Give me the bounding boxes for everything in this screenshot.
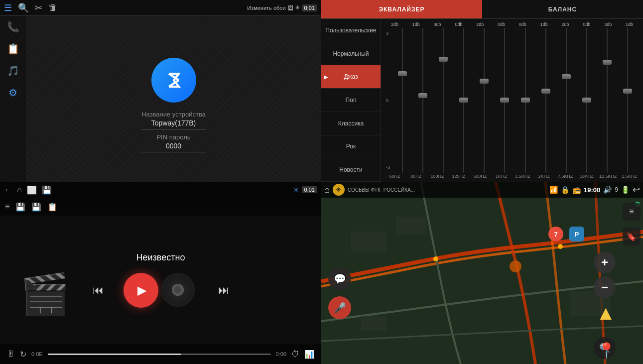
slider-thumb-8[interactable] <box>541 89 550 94</box>
freq-10: 12.5KHZ <box>597 174 619 179</box>
playlist-icon[interactable]: ≡ <box>5 202 9 211</box>
slider-thumb-3[interactable] <box>439 57 448 62</box>
device-name-value: Topway(177B) <box>141 119 206 129</box>
nav-battery-icon: 🔋 <box>621 186 630 194</box>
play-button[interactable] <box>124 273 158 308</box>
slider-thumb-12[interactable] <box>623 89 632 94</box>
nav-traffic-7: 7 <box>548 227 563 242</box>
slider-thumb-6[interactable] <box>500 98 509 103</box>
contacts-icon[interactable]: 📋 <box>7 43 19 55</box>
slider-1[interactable] <box>397 28 408 173</box>
slider-thumb-1[interactable] <box>398 71 407 76</box>
settings-icon[interactable]: ⚙ <box>8 87 17 99</box>
svg-rect-5 <box>351 232 386 251</box>
nav-back-icon[interactable]: ↩ <box>633 184 640 195</box>
notes-icon[interactable]: 📋 <box>47 202 57 212</box>
slider-10[interactable] <box>581 28 592 173</box>
slider-thumb-2[interactable] <box>418 93 427 98</box>
slider-thumb-4[interactable] <box>459 98 468 103</box>
slider-7[interactable] <box>520 28 531 173</box>
slider-5[interactable] <box>479 28 490 173</box>
preset-classic[interactable]: Классика <box>321 112 381 135</box>
preset-news[interactable]: Новости <box>321 158 381 182</box>
next-button[interactable]: ⏭ <box>218 284 229 297</box>
pin-value: 0000 <box>141 142 206 152</box>
repeat-icon[interactable]: ↻ <box>20 350 26 359</box>
bt-svg <box>161 68 186 93</box>
svg-point-4 <box>510 260 521 272</box>
bt-status-right: Изменить обои 🖼 ✳ 0:01 <box>247 4 317 11</box>
nav-bookmark-btn[interactable]: 🔖 <box>623 228 641 245</box>
player-panel: 🎬 ← ⌂ ⬜ 💾 ✳ 0:01 ≡ 💾 💾 📋 Неизвестно ⏮ ⏭ <box>0 182 321 364</box>
eq-db-labels: 2db 1db 3db 0db 2db 0db 0db 1db 2db 0db … <box>384 21 640 28</box>
pin-label: PIN пароль <box>141 133 206 141</box>
save-icon[interactable]: 💾 <box>42 185 52 195</box>
nav-voice-button[interactable]: 🎤 <box>328 296 351 319</box>
delete-icon[interactable]: 🗑 <box>48 2 57 13</box>
prev-button[interactable]: ⏮ <box>93 284 104 297</box>
bluetooth-logo <box>151 58 196 103</box>
player-controls: ⏮ ⏭ <box>93 273 229 308</box>
preset-jazz[interactable]: ▶ Джаз <box>321 65 381 89</box>
zoom-minus-button[interactable]: − <box>594 276 616 298</box>
nav-battery-val: 9 <box>615 186 618 193</box>
window-icon[interactable]: ⬜ <box>27 185 37 195</box>
nav-lock-icon: 🔒 <box>561 186 569 194</box>
search-icon[interactable]: 🔍 <box>18 2 29 13</box>
zoom-plus-button[interactable]: + <box>594 251 616 273</box>
scissors-icon[interactable]: ✂ <box>35 2 42 13</box>
timer-icon[interactable]: ⏱ <box>291 350 299 359</box>
bt-time: 0:01 <box>302 4 317 11</box>
slider-rail-5 <box>484 28 485 173</box>
nav-parking-icon[interactable]: P <box>569 227 584 242</box>
navigation-panel: ⌂ ☀ СОСЬВЫ ФТК РОССЕЙКА... 📶 🔒 📻 19:00 🔊… <box>321 182 643 364</box>
eq-sliders-area: 2db 1db 3db 0db 2db 0db 0db 1db 2db 0db … <box>381 19 643 182</box>
eq-icon[interactable]: 🎚 <box>7 350 15 359</box>
slider-11[interactable] <box>602 28 613 173</box>
wave-icon[interactable]: 📊 <box>304 350 314 359</box>
preset-rock[interactable]: Рок <box>321 135 381 159</box>
tab-equalizer[interactable]: ЭКВАЛАЙЗЕР <box>321 0 482 18</box>
vinyl-center <box>174 286 181 293</box>
nav-message-button[interactable]: 💬 <box>328 267 351 290</box>
eq-body: Пользовательские Нормальный ▶ Джаз Поп К… <box>321 19 643 182</box>
slider-8[interactable] <box>540 28 551 173</box>
slider-rail-4 <box>463 28 464 173</box>
nav-pin-icon: 📍 <box>597 342 616 359</box>
device-name-label: Название устройства <box>141 111 206 118</box>
slider-9[interactable] <box>561 28 572 173</box>
time-total: 0:00 <box>276 351 286 357</box>
nav-menu-btn[interactable]: ≡ <box>623 203 641 221</box>
slider-4[interactable] <box>458 28 469 173</box>
tab-balance[interactable]: БАЛАНС <box>482 0 643 18</box>
slider-thumb-11[interactable] <box>603 60 612 65</box>
slider-2[interactable] <box>417 28 428 173</box>
slider-thumb-5[interactable] <box>480 79 489 84</box>
slider-6[interactable] <box>499 28 510 173</box>
change-wallpaper-label[interactable]: Изменить обои <box>247 5 285 11</box>
eq-freq-labels: 60HZ 80HZ 100HZ 120HZ 500HZ 1KHZ 1.5KHZ … <box>384 173 640 180</box>
list-icon[interactable]: ☰ <box>4 2 12 13</box>
player-toolbar: ≡ 💾 💾 📋 <box>0 198 321 216</box>
db-10: 3db <box>597 22 619 27</box>
save2-icon[interactable]: 💾 <box>15 202 25 212</box>
preset-user[interactable]: Пользовательские <box>321 19 381 42</box>
home-icon[interactable]: ⌂ <box>17 185 22 194</box>
y-3: 3 <box>386 31 390 36</box>
phone-icon[interactable]: 📞 <box>7 21 19 33</box>
nav-home-btn[interactable]: ⌂ <box>324 185 330 195</box>
music-icon[interactable]: 🎵 <box>7 65 19 77</box>
progress-bar[interactable] <box>48 354 271 355</box>
slider-thumb-10[interactable] <box>582 98 591 103</box>
back-icon[interactable]: ← <box>4 185 12 194</box>
play-btn-wrapper <box>124 273 158 308</box>
slider-3[interactable] <box>438 28 449 173</box>
save3-icon[interactable]: 💾 <box>31 202 41 212</box>
freq-5: 1KHZ <box>491 174 512 179</box>
db-1: 1db <box>405 22 427 27</box>
preset-normal[interactable]: Нормальный <box>321 42 381 66</box>
slider-thumb-9[interactable] <box>562 74 571 79</box>
slider-thumb-7[interactable] <box>521 98 530 103</box>
slider-12[interactable] <box>622 28 633 173</box>
preset-pop[interactable]: Поп <box>321 89 381 112</box>
